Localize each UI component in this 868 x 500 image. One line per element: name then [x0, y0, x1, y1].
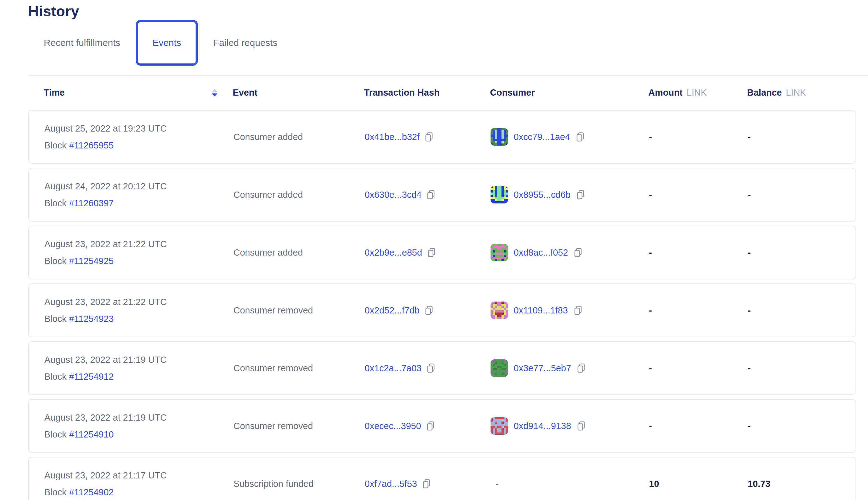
time-cell: August 23, 2022 at 21:17 UTC Block #1125…: [44, 457, 167, 500]
copy-icon: [577, 363, 585, 373]
block-number-link[interactable]: #11265955: [69, 140, 114, 150]
tx-hash-link[interactable]: 0x1c2a...7a03: [365, 363, 422, 373]
amount-header-label: Amount: [648, 88, 683, 98]
tx-hash-link[interactable]: 0x2b9e...e85d: [365, 248, 422, 258]
event-date: August 23, 2022 at 21:22 UTC: [44, 297, 167, 307]
event-type: Subscription funded: [233, 457, 313, 500]
event-type: Consumer removed: [233, 342, 313, 394]
tx-hash-cell: 0x1c2a...7a03: [365, 342, 435, 394]
copy-icon: [574, 305, 582, 315]
block-number-link[interactable]: #11254923: [69, 314, 114, 324]
consumer-copy-button[interactable]: [574, 305, 582, 315]
event-date: August 23, 2022 at 21:19 UTC: [44, 412, 167, 423]
table-row: August 25, 2022 at 19:23 UTC Block #1126…: [28, 110, 856, 164]
block-number-link[interactable]: #11254902: [69, 487, 114, 497]
block-label: Block: [44, 198, 69, 208]
column-header-transaction-hash: Transaction Hash: [364, 84, 439, 101]
block-label: Block: [44, 314, 69, 324]
consumer-copy-button[interactable]: [577, 421, 585, 431]
consumer-identicon: [491, 302, 508, 319]
copy-icon: [426, 421, 435, 431]
event-type: Consumer added: [233, 111, 303, 163]
block-label: Block: [44, 140, 69, 150]
block-line: Block #11254912: [44, 371, 114, 382]
block-label: Block: [44, 256, 69, 266]
tx-hash-link[interactable]: 0x630e...3cd4: [365, 190, 422, 200]
copy-icon: [426, 190, 435, 200]
copy-icon: [576, 190, 585, 200]
tab-events[interactable]: Events: [136, 20, 198, 66]
copy-icon: [422, 479, 431, 489]
tx-hash-cell: 0xecec...3950: [365, 400, 435, 452]
tx-hash-copy-button[interactable]: [426, 190, 435, 200]
balance-value: -: [748, 400, 751, 452]
event-type: Consumer added: [233, 226, 303, 279]
column-header-balance: Balance LINK: [747, 84, 806, 101]
tx-hash-copy-button[interactable]: [426, 421, 435, 431]
tx-hash-link[interactable]: 0xecec...3950: [365, 421, 421, 431]
balance-value: -: [748, 284, 751, 337]
block-line: Block #11254923: [44, 314, 114, 324]
history-panel: History Recent fulfillments Events Faile…: [0, 0, 868, 500]
tx-hash-copy-button[interactable]: [425, 132, 433, 142]
block-label: Block: [44, 372, 69, 382]
consumer-address-link[interactable]: 0x1109...1f83: [514, 305, 568, 316]
copy-icon: [427, 248, 436, 258]
tx-hash-link[interactable]: 0x41be...b32f: [365, 132, 420, 142]
copy-icon: [574, 248, 582, 258]
balance-header-label: Balance: [747, 88, 782, 98]
copy-icon: [425, 305, 433, 315]
balance-value: -: [748, 111, 751, 163]
column-header-time[interactable]: Time: [44, 84, 65, 101]
tab-recent-fulfillments[interactable]: Recent fulfillments: [44, 31, 120, 48]
consumer-copy-button[interactable]: [576, 190, 585, 200]
consumer-address-link[interactable]: 0xd914...9138: [514, 421, 571, 431]
event-type: Consumer removed: [233, 400, 313, 452]
consumer-copy-button[interactable]: [577, 363, 585, 373]
time-cell: August 23, 2022 at 21:19 UTC Block #1125…: [44, 400, 167, 452]
consumer-identicon: [491, 128, 508, 146]
consumer-cell: 0x3e77...5eb7: [491, 342, 585, 394]
balance-value: 10.73: [748, 457, 770, 500]
amount-value: -: [649, 111, 652, 163]
tx-hash-cell: 0x630e...3cd4: [365, 168, 435, 221]
column-header-event: Event: [233, 84, 258, 101]
consumer-copy-button[interactable]: [574, 248, 582, 258]
event-date: August 23, 2022 at 21:22 UTC: [44, 239, 167, 249]
event-type: Consumer added: [233, 168, 303, 221]
copy-icon: [577, 421, 585, 431]
tx-hash-link[interactable]: 0x2d52...f7db: [365, 305, 420, 316]
tab-failed-requests[interactable]: Failed requests: [214, 31, 277, 48]
consumer-cell: 0x8955...cd6b: [491, 168, 585, 221]
tx-hash-cell: 0x41be...b32f: [365, 111, 433, 163]
tx-hash-copy-button[interactable]: [422, 479, 431, 489]
event-type: Consumer removed: [233, 284, 313, 337]
tx-hash-copy-button[interactable]: [427, 248, 436, 258]
copy-icon: [426, 363, 435, 373]
sort-up-icon: [212, 89, 217, 92]
time-cell: August 24, 2022 at 20:12 UTC Block #1126…: [44, 168, 167, 221]
tx-hash-cell: 0xf7ad...5f53: [365, 457, 431, 500]
block-number-link[interactable]: #11260397: [69, 198, 114, 208]
consumer-address-link[interactable]: 0x8955...cd6b: [514, 190, 571, 200]
consumer-address-link[interactable]: 0x3e77...5eb7: [514, 363, 571, 373]
table-row: August 23, 2022 at 21:22 UTC Block #1125…: [28, 283, 856, 337]
tx-hash-copy-button[interactable]: [426, 363, 435, 373]
consumer-address-link[interactable]: 0xd8ac...f052: [514, 248, 568, 258]
block-line: Block #11254910: [44, 429, 114, 440]
balance-value: -: [748, 226, 751, 279]
table-row: August 23, 2022 at 21:17 UTC Block #1125…: [28, 457, 856, 500]
table-header: Time Event Transaction Hash Consumer Amo…: [28, 84, 856, 101]
amount-value: -: [649, 284, 652, 337]
block-number-link[interactable]: #11254912: [69, 372, 114, 382]
event-date: August 25, 2022 at 19:23 UTC: [44, 123, 167, 134]
sort-icon[interactable]: [212, 84, 217, 101]
event-date: August 23, 2022 at 21:19 UTC: [44, 354, 167, 365]
consumer-copy-button[interactable]: [576, 132, 585, 142]
tx-hash-copy-button[interactable]: [425, 305, 433, 315]
block-number-link[interactable]: #11254925: [69, 256, 114, 266]
consumer-address-link[interactable]: 0xcc79...1ae4: [514, 132, 570, 142]
tx-hash-link[interactable]: 0xf7ad...5f53: [365, 479, 417, 489]
time-cell: August 25, 2022 at 19:23 UTC Block #1126…: [44, 111, 167, 163]
block-number-link[interactable]: #11254910: [69, 429, 114, 439]
